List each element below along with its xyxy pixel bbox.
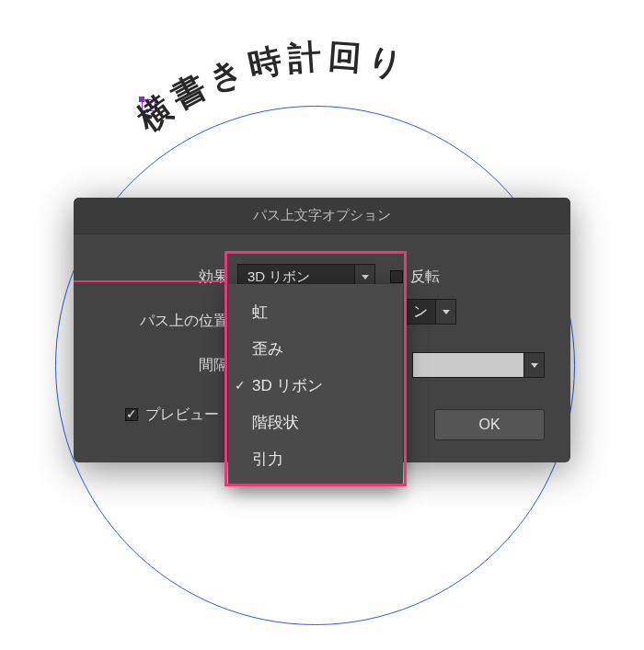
- preview-label: プレビュー: [145, 405, 219, 425]
- position-label: パス上の位置: [99, 312, 237, 331]
- dialog-title-text: パス上文字オプション: [253, 207, 391, 224]
- effect-option-rainbow[interactable]: 虹: [228, 293, 403, 330]
- option-label: 歪み: [252, 338, 283, 359]
- effect-option-3d-ribbon[interactable]: ✓ 3D リボン: [228, 367, 403, 404]
- position-select-value-tail: ン: [406, 302, 435, 322]
- dialog-title: パス上文字オプション: [74, 198, 570, 234]
- position-select-arrow[interactable]: [435, 300, 455, 324]
- option-label: 虹: [252, 302, 268, 323]
- chevron-down-icon: [531, 363, 538, 368]
- effect-option-gravity[interactable]: 引力: [228, 440, 403, 477]
- ok-button[interactable]: OK: [434, 409, 545, 440]
- ok-button-label: OK: [478, 416, 500, 433]
- effect-label: 効果: [99, 268, 237, 287]
- flip-label: 反転: [410, 268, 440, 287]
- preview-checkbox[interactable]: [125, 408, 138, 421]
- spacing-swatch: [413, 353, 523, 377]
- path-text-handle[interactable]: [142, 99, 155, 111]
- option-label: 階段状: [252, 412, 299, 433]
- annotation-pointer-line: [74, 280, 224, 282]
- check-icon: ✓: [228, 378, 252, 393]
- effect-select-value: 3D リボン: [238, 268, 354, 286]
- effect-dropdown-list: 虹 歪み ✓ 3D リボン 階段状 引力: [228, 284, 403, 486]
- chevron-down-icon: [362, 275, 369, 279]
- option-label: 3D リボン: [252, 375, 323, 396]
- spacing-value-select[interactable]: [412, 352, 545, 378]
- chevron-down-icon: [443, 310, 450, 314]
- effect-option-stair-step[interactable]: 階段状: [228, 404, 403, 440]
- option-label: 引力: [252, 449, 283, 470]
- effect-option-skew[interactable]: 歪み: [228, 330, 403, 367]
- spacing-select-arrow[interactable]: [523, 353, 544, 377]
- spacing-label: 間隔: [99, 356, 237, 375]
- flip-checkbox[interactable]: [390, 270, 403, 283]
- position-select[interactable]: ン: [405, 299, 456, 325]
